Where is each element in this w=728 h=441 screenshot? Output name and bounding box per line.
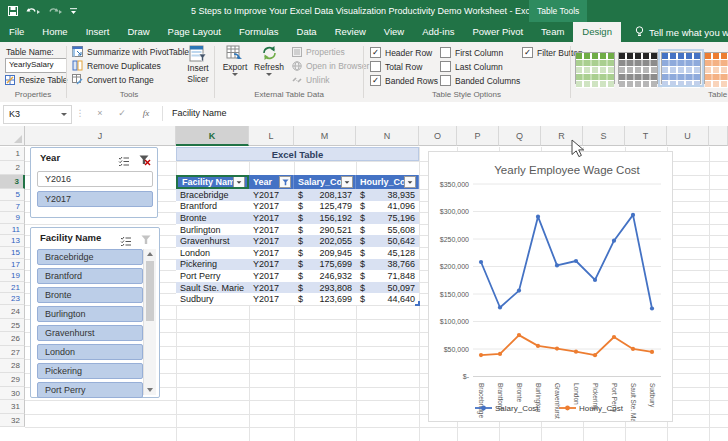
checkbox-banded-rows[interactable]: ✓ Banded Rows: [370, 75, 438, 86]
data-point[interactable]: [555, 263, 559, 267]
table-cell[interactable]: $208,137: [294, 189, 356, 201]
table-cell[interactable]: $50,097: [356, 282, 419, 294]
table-cell[interactable]: Y2017: [249, 235, 294, 247]
slicer-item-bracebridge[interactable]: Bracebridge: [37, 249, 143, 265]
column-header-S[interactable]: S: [583, 126, 625, 146]
name-box-dropdown-icon[interactable]: [61, 113, 67, 116]
tab-page-layout[interactable]: Page Layout: [159, 22, 230, 42]
legend-label[interactable]: Hourly_Cost: [579, 404, 624, 413]
table-cell[interactable]: Y2017: [249, 201, 294, 213]
table-cell[interactable]: $44,640: [356, 293, 419, 305]
table-cell[interactable]: $45,128: [356, 247, 419, 259]
row-header-9[interactable]: 9: [0, 212, 25, 224]
slicer-item-port-perry[interactable]: Port Perry: [37, 382, 143, 398]
data-point[interactable]: [479, 260, 483, 264]
row-header-29[interactable]: 29: [0, 373, 25, 387]
table-style-thumbnail-green[interactable]: [575, 52, 615, 84]
slicer-item-burlington[interactable]: Burlington: [37, 306, 143, 322]
table-cell[interactable]: $156,192: [294, 212, 356, 224]
enter-icon[interactable]: ✓: [114, 105, 130, 122]
data-point[interactable]: [650, 350, 654, 354]
resize-table-button[interactable]: Resize Table: [5, 75, 68, 85]
table-header-salary-cost[interactable]: Salary_Cost: [294, 175, 356, 189]
checkbox-filter-button[interactable]: ✓ Filter Button: [522, 47, 583, 58]
data-point[interactable]: [498, 352, 502, 356]
data-point[interactable]: [612, 239, 616, 243]
table-cell[interactable]: Y2017: [249, 247, 294, 259]
tab-data[interactable]: Data: [288, 22, 326, 42]
table-cell[interactable]: Burlington: [176, 224, 249, 236]
row-header-30[interactable]: 30: [0, 387, 25, 401]
table-cell[interactable]: $55,608: [356, 224, 419, 236]
table-cell[interactable]: $71,848: [356, 270, 419, 282]
table-header-facility-name[interactable]: Facility Name: [176, 175, 249, 189]
convert-to-range-button[interactable]: Convert to Range: [72, 74, 154, 85]
table-cell[interactable]: $125,479: [294, 201, 356, 213]
row-header-24[interactable]: 24: [0, 305, 25, 319]
data-point[interactable]: [536, 215, 540, 219]
checkbox-total-row[interactable]: Total Row: [370, 61, 422, 72]
data-point[interactable]: [593, 353, 597, 357]
column-header-O[interactable]: O: [419, 126, 457, 146]
data-point[interactable]: [517, 333, 521, 337]
row-header-3[interactable]: 3: [0, 175, 25, 189]
name-box[interactable]: K3: [3, 105, 72, 124]
tell-me-box[interactable]: Tell me what you want to do: [635, 22, 728, 42]
table-name-input[interactable]: YearlySalary: [5, 58, 67, 73]
table-cell[interactable]: $290,521: [294, 224, 356, 236]
table-cell[interactable]: Sault Ste. Marie: [176, 282, 249, 294]
table-resize-handle[interactable]: [415, 301, 420, 306]
filter-button[interactable]: [233, 176, 245, 188]
column-header-N[interactable]: N: [356, 126, 419, 146]
slicer-item-london[interactable]: London: [37, 344, 143, 360]
data-point[interactable]: [574, 350, 578, 354]
table-style-thumbnail-blue[interactable]: [661, 52, 701, 84]
row-header-23[interactable]: 23: [0, 293, 25, 305]
slicer-scrollbar[interactable]: [143, 249, 156, 395]
checkbox-first-column[interactable]: First Column: [440, 47, 503, 58]
column-header-L[interactable]: L: [249, 126, 294, 146]
table-header-hourly-cost[interactable]: Hourly_Cost: [356, 175, 419, 189]
table-cell[interactable]: $175,699: [294, 259, 356, 271]
filter-button[interactable]: [341, 176, 353, 188]
scroll-up-icon[interactable]: [147, 252, 153, 256]
column-header-partial[interactable]: [709, 126, 728, 146]
table-cell[interactable]: Y2017: [249, 224, 294, 236]
table-cell[interactable]: Y2017: [249, 282, 294, 294]
cancel-icon[interactable]: ×: [92, 105, 108, 122]
tab-add-ins[interactable]: Add-ins: [413, 22, 463, 42]
table-cell[interactable]: Y2017: [249, 212, 294, 224]
slicer-item-y2016[interactable]: Y2016: [37, 171, 153, 187]
table-cell[interactable]: Y2017: [249, 270, 294, 282]
table-cell[interactable]: Sudbury: [176, 293, 249, 305]
table-cell[interactable]: $246,932: [294, 270, 356, 282]
row-header-15[interactable]: 15: [0, 247, 25, 259]
table-cell[interactable]: Pickering: [176, 259, 249, 271]
checkbox-header-row[interactable]: ✓ Header Row: [370, 47, 432, 58]
column-header-J[interactable]: J: [25, 126, 176, 146]
tab-team[interactable]: Team: [532, 22, 573, 42]
export-button[interactable]: Export: [219, 45, 251, 76]
data-point[interactable]: [517, 289, 521, 293]
table-cell[interactable]: $50,642: [356, 235, 419, 247]
row-header-1[interactable]: 1: [0, 147, 25, 161]
data-point[interactable]: [650, 306, 654, 310]
column-header-K[interactable]: K: [176, 126, 249, 146]
table-cell[interactable]: $75,196: [356, 212, 419, 224]
data-point[interactable]: [631, 347, 635, 351]
table-cell[interactable]: $202,055: [294, 235, 356, 247]
data-point[interactable]: [479, 353, 483, 357]
column-header-U[interactable]: U: [667, 126, 709, 146]
remove-duplicates-button[interactable]: Remove Duplicates: [72, 60, 161, 71]
column-header-P[interactable]: P: [457, 126, 499, 146]
row-header-26[interactable]: 26: [0, 332, 25, 346]
row-header-19[interactable]: 19: [0, 270, 25, 282]
filter-button[interactable]: [404, 176, 416, 188]
table-cell[interactable]: Bronte: [176, 212, 249, 224]
scroll-down-icon[interactable]: [147, 388, 153, 392]
scrollbar-thumb[interactable]: [146, 261, 154, 321]
tab-draw[interactable]: Draw: [118, 22, 158, 42]
row-header-25[interactable]: 25: [0, 319, 25, 333]
insert-function-icon[interactable]: fx: [138, 105, 154, 122]
table-cell[interactable]: $38,935: [356, 189, 419, 201]
